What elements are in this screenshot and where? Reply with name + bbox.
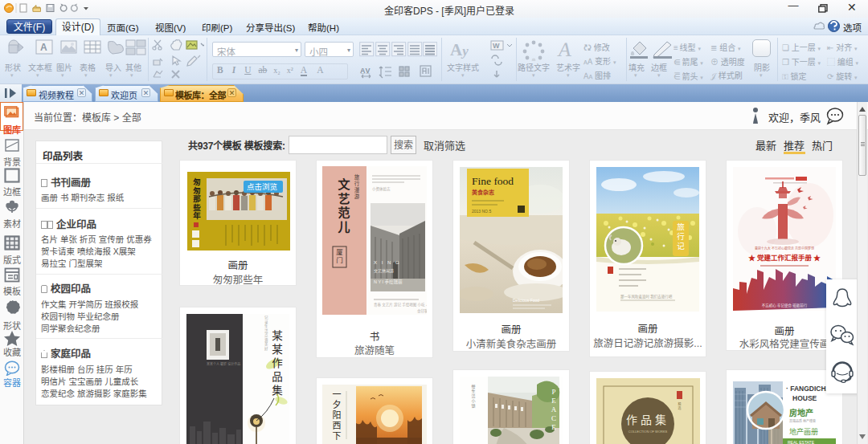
svg-text:匆匆那些年: 匆匆那些年 (192, 177, 201, 220)
svg-text:文艺休闲游: 文艺休闲游 (374, 268, 394, 274)
svg-text:N Y I 手绘瑞丽: N Y I 手绘瑞丽 (374, 279, 403, 285)
svg-text:青春 文艺片 游记 手绘地图 小吃 人文: 青春 文艺片 游记 手绘地图 小吃 人文 (374, 302, 427, 308)
svg-text:点击浏览: 点击浏览 (247, 182, 277, 191)
svg-text:某某个人 摄影 设计作品: 某某个人 摄影 设计作品 (207, 361, 240, 366)
svg-text:Fine food: Fine food (472, 175, 514, 187)
svg-text:美食杂志: 美食杂志 (472, 189, 494, 196)
svg-text:小资体验志: 小资体验志 (372, 186, 391, 192)
svg-text:X I N G: X I N G (374, 260, 401, 265)
svg-text:W: W (493, 42, 500, 50)
svg-text:A: A (40, 42, 47, 53)
svg-text:文艺范儿: 文艺范儿 (337, 177, 350, 234)
svg-text:精选: 精选 (678, 401, 682, 410)
svg-text:2013 NO.5: 2013 NO.5 (472, 209, 491, 214)
svg-text:慢生活小镇: 慢生活小镇 (471, 384, 475, 409)
svg-text:地产画册: 地产画册 (789, 427, 818, 436)
svg-text:高端品质 地产楼盘: 高端品质 地产楼盘 (789, 418, 816, 423)
svg-text:金印客: 金印客 (417, 308, 427, 314)
svg-text:A̲V̲: A̲V̲ (360, 67, 371, 75)
svg-text:房地产: 房地产 (789, 408, 813, 418)
svg-text:COLLECTION OF WORKS: COLLECTION OF WORKS (628, 430, 668, 434)
svg-text:旅行记: 旅行记 (677, 222, 685, 251)
svg-text:★ 党建工作汇报手册 ★: ★ 党建工作汇报手册 ★ (748, 254, 821, 262)
svg-text:厦门: 厦门 (336, 248, 343, 264)
svg-text:作品集: 作品集 (626, 413, 669, 426)
svg-text:REAL ESTATE: REAL ESTATE (788, 440, 815, 444)
svg-text:Delicious Food: Delicious Food (513, 298, 539, 303)
svg-text:某某作品集: 某某作品集 (272, 330, 283, 397)
svg-text:一夕阳西下: 一夕阳西下 (333, 389, 342, 441)
svg-text:不忘初心 牢记使命 砥砺前行: 不忘初心 牢记使命 砥砺前行 (762, 303, 808, 308)
svg-text:HOUSE: HOUSE (792, 394, 817, 402)
svg-text:旅行漫游: 旅行漫游 (354, 173, 360, 200)
svg-text:那一年风吹麦浪时 我们去旅行吧: 那一年风吹麦浪时 我们去旅行吧 (620, 294, 673, 299)
svg-text:喜迎十九大 不忘初心跟党走 共筑中国梦想: 喜迎十九大 不忘初心跟党走 共筑中国梦想 (755, 246, 814, 251)
svg-text:记录生活点滴美好: 记录生活点滴美好 (264, 315, 268, 352)
